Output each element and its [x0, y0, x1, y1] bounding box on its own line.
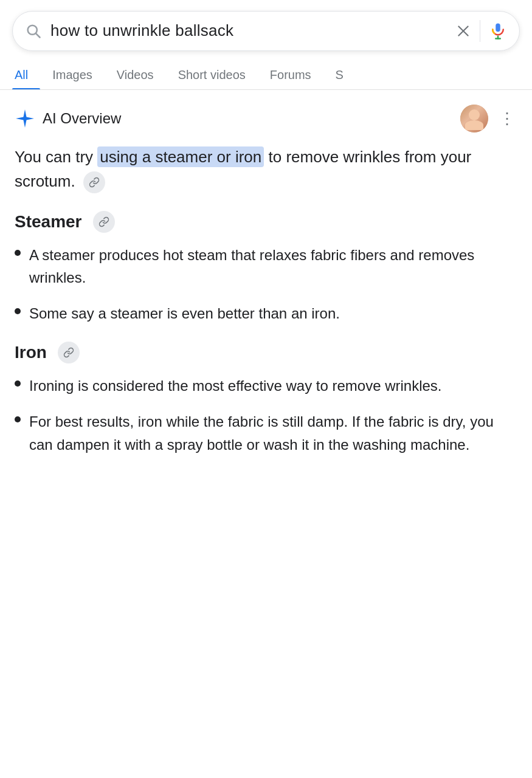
bullet-text: A steamer produces hot steam that relaxe… [29, 244, 517, 289]
search-query[interactable]: how to unwrinkle ballsack [50, 21, 447, 40]
bullet-text: For best results, iron while the fabric … [29, 410, 517, 455]
iron-section-header: Iron [15, 342, 517, 363]
list-item: A steamer produces hot steam that relaxe… [15, 244, 517, 289]
summary-text: You can try using a steamer or iron to r… [15, 145, 517, 194]
bullet-dot [15, 380, 21, 387]
svg-rect-4 [496, 24, 500, 32]
ai-overview-header: AI Overview ⋮ [15, 105, 517, 133]
summary-prefix: You can try [15, 148, 97, 166]
ai-overview-right: ⋮ [460, 105, 517, 133]
tab-videos[interactable]: Videos [105, 60, 166, 89]
main-content: AI Overview ⋮ You can try using a steame… [0, 90, 532, 497]
search-bar: how to unwrinkle ballsack [12, 11, 520, 51]
list-item: For best results, iron while the fabric … [15, 410, 517, 455]
summary-highlight: using a steamer or iron [97, 146, 264, 167]
nav-tabs: All Images Videos Short videos Forums S [0, 60, 532, 90]
search-divider [480, 20, 481, 42]
steamer-section-header: Steamer [15, 211, 517, 233]
mic-icon[interactable] [489, 22, 507, 40]
iron-link-badge[interactable] [58, 342, 80, 363]
summary-link-badge[interactable] [83, 171, 105, 193]
bullet-dot [15, 308, 21, 314]
tab-forums[interactable]: Forums [258, 60, 323, 89]
search-icon [25, 22, 42, 40]
steamer-bullet-list: A steamer produces hot steam that relaxe… [15, 244, 517, 325]
bullet-text: Ironing is considered the most effective… [29, 374, 517, 397]
tab-more[interactable]: S [323, 60, 356, 89]
ai-overview-title: AI Overview [43, 110, 121, 127]
list-item: Ironing is considered the most effective… [15, 374, 517, 397]
bullet-text: Some say a steamer is even better than a… [29, 302, 517, 325]
tab-all[interactable]: All [12, 60, 40, 89]
avatar[interactable] [460, 105, 488, 133]
steamer-link-badge[interactable] [93, 211, 115, 233]
list-item: Some say a steamer is even better than a… [15, 302, 517, 325]
iron-title: Iron [15, 343, 47, 362]
bullet-dot [15, 250, 21, 256]
ai-star-icon [15, 108, 35, 129]
bullet-dot [15, 416, 21, 422]
search-bar-container: how to unwrinkle ballsack [0, 0, 532, 60]
iron-bullet-list: Ironing is considered the most effective… [15, 374, 517, 456]
tab-short-videos[interactable]: Short videos [166, 60, 258, 89]
svg-line-1 [36, 33, 40, 37]
clear-icon[interactable] [455, 23, 471, 39]
ai-overview-left: AI Overview [15, 108, 121, 129]
steamer-title: Steamer [15, 212, 82, 232]
more-options-icon[interactable]: ⋮ [497, 107, 517, 131]
tab-images[interactable]: Images [40, 60, 105, 89]
